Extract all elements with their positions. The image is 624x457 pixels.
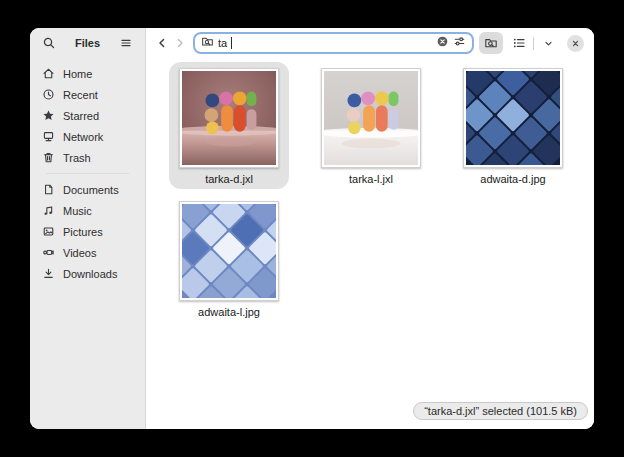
sidebar-places-list: Home Recent Starred [30,58,145,284]
video-camera-icon [41,246,55,260]
sidebar-item-label: Downloads [63,268,117,280]
folder-search-icon [201,34,214,52]
header-toolbar: ta [146,28,594,58]
chevron-right-icon [173,36,187,50]
picture-icon [41,225,55,239]
files-window: Files Home [30,28,594,429]
main-menu-button[interactable] [116,33,136,53]
sidebar-item-videos[interactable]: Videos [36,242,139,263]
main-pane: ta [146,28,594,429]
thumbnail-adwaita-dark [463,68,563,168]
download-icon [41,267,55,281]
search-toggle-button[interactable] [479,32,503,54]
file-item-adwaita-d[interactable]: adwaita-d.jpg [442,62,584,195]
list-view-icon [512,36,526,50]
file-item-tarka-l[interactable]: tarka-l.jxl [300,62,442,195]
hamburger-menu-icon [119,36,133,50]
close-icon [570,38,581,49]
sidebar-item-label: Trash [63,152,91,164]
file-grid: tarka-d.jxl [146,58,594,429]
sidebar-item-music[interactable]: Music [36,200,139,221]
file-name: tarka-l.jxl [349,173,393,185]
thumbnail-tarka-dark [179,68,279,168]
home-icon [41,67,55,81]
status-badge: “tarka-d.jxl” selected (101.5 kB) [413,402,588,420]
document-icon [41,183,55,197]
search-filters-icon[interactable] [453,34,466,52]
list-view-button[interactable] [509,33,529,53]
file-name: tarka-d.jxl [205,173,253,185]
sidebar-item-home[interactable]: Home [36,63,139,84]
forward-button[interactable] [171,34,189,52]
thumbnail-adwaita-light [179,201,279,301]
sidebar-item-downloads[interactable]: Downloads [36,263,139,284]
sidebar-item-pictures[interactable]: Pictures [36,221,139,242]
sidebar-item-trash[interactable]: Trash [36,147,139,168]
sidebar-item-label: Home [63,68,92,80]
back-button[interactable] [153,34,171,52]
trash-icon [41,151,55,165]
sidebar-header: Files [30,28,145,58]
sidebar-item-documents[interactable]: Documents [36,179,139,200]
window-title: Files [75,37,100,49]
star-icon [41,109,55,123]
sidebar-item-label: Pictures [63,226,103,238]
sidebar-item-starred[interactable]: Starred [36,105,139,126]
file-name: adwaita-d.jpg [480,173,545,185]
sidebar-item-label: Recent [63,89,98,101]
view-menu-button[interactable] [538,33,558,53]
clear-text-icon[interactable] [436,34,449,52]
search-button[interactable] [39,33,59,53]
sidebar-item-network[interactable]: Network [36,126,139,147]
button-separator [533,37,534,50]
sidebar-item-label: Videos [63,247,96,259]
search-icon [42,36,56,50]
file-name: adwaita-l.jpg [198,306,260,318]
close-window-button[interactable] [567,35,584,52]
recent-clock-icon [41,88,55,102]
folder-search-icon [484,36,498,50]
thumbnail-tarka-light [321,68,421,168]
sidebar-item-label: Starred [63,110,99,122]
file-item-tarka-d[interactable]: tarka-d.jxl [158,62,300,195]
sidebar-separator [46,173,129,174]
chevron-left-icon [155,36,169,50]
search-query-text: ta [218,37,227,49]
file-item-adwaita-l[interactable]: adwaita-l.jpg [158,195,300,328]
view-options-group [509,33,558,53]
sidebar-item-label: Documents [63,184,119,196]
sidebar-item-label: Music [63,205,92,217]
text-caret [231,37,232,49]
music-note-icon [41,204,55,218]
sidebar-item-label: Network [63,131,103,143]
network-icon [41,130,55,144]
search-input[interactable]: ta [195,34,472,52]
sidebar: Files Home [30,28,146,429]
sidebar-item-recent[interactable]: Recent [36,84,139,105]
chevron-down-icon [543,38,554,49]
